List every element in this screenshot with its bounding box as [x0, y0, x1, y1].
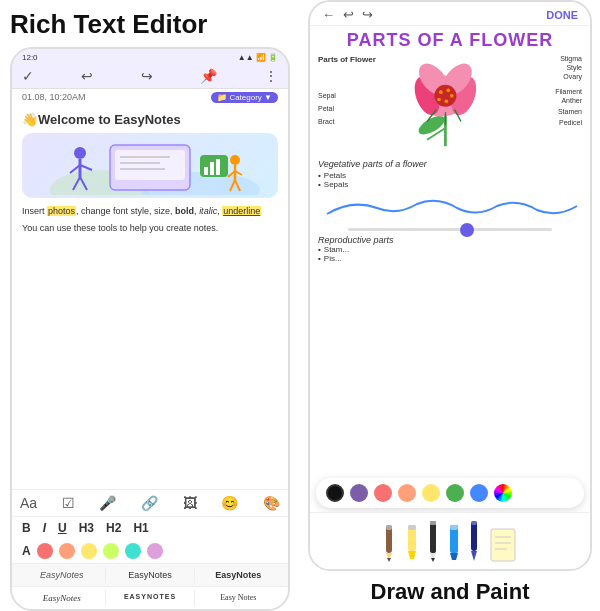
- font-sample-1[interactable]: EasyNotes: [18, 567, 106, 583]
- welcome-heading: 👋Welcome to EasyNotes: [22, 112, 278, 127]
- checklist-btn[interactable]: ☑: [62, 495, 75, 511]
- color-orange[interactable]: [59, 543, 75, 559]
- flower-image: [395, 55, 505, 155]
- done-button[interactable]: DONE: [546, 9, 578, 21]
- color-yellow[interactable]: [81, 543, 97, 559]
- underline-btn[interactable]: U: [58, 521, 67, 535]
- color-teal[interactable]: [125, 543, 141, 559]
- app-title: Rich Text Editor: [10, 10, 290, 39]
- tool-yellow-marker[interactable]: [405, 523, 419, 563]
- repro-section: Reproductive parts •Stam... •Pis...: [318, 235, 582, 263]
- right-phone-header: ← ↩ ↪ DONE: [310, 2, 590, 26]
- font-sample-2[interactable]: EasyNotes: [106, 567, 194, 583]
- left-panel: Rich Text Editor 12:0 ▲▲ 📶 🔋 ✓ ↩ ↪ 📌 ⋮ 0…: [0, 0, 300, 611]
- flower-title: PARTS OF A FLOWER: [318, 30, 582, 51]
- category-badge[interactable]: 📁 Category ▼: [211, 92, 278, 103]
- brush-size-slider[interactable]: [348, 228, 553, 231]
- draw-btn[interactable]: 🎨: [263, 495, 280, 511]
- tool-notebook[interactable]: [487, 527, 519, 563]
- image-btn[interactable]: 🖼: [183, 495, 197, 511]
- signal-icons: ▲▲ 📶 🔋: [238, 53, 278, 62]
- color-lime[interactable]: [103, 543, 119, 559]
- font-sample-5[interactable]: EASYNOTES: [106, 590, 194, 606]
- status-time: 12:0: [22, 53, 38, 62]
- check-icon[interactable]: ✓: [22, 68, 34, 84]
- draw-title: Draw and Paint: [308, 575, 592, 611]
- flower-content: PARTS OF A FLOWER Parts of Flower Sepal …: [310, 26, 590, 478]
- color-label: A: [22, 544, 31, 558]
- redo-btn[interactable]: ↪: [362, 7, 373, 22]
- emoji-btn[interactable]: 😊: [221, 495, 238, 511]
- bullet-text-2: Sepals: [324, 180, 348, 189]
- tool-dark-pencil[interactable]: [427, 519, 439, 563]
- undo-icon[interactable]: ↩: [81, 68, 93, 84]
- undo-btn[interactable]: ↩: [343, 7, 354, 22]
- svg-rect-48: [430, 521, 436, 553]
- italic-btn[interactable]: I: [43, 521, 46, 535]
- svg-rect-44: [386, 525, 392, 530]
- h1-btn[interactable]: H1: [133, 521, 148, 535]
- bold-btn[interactable]: B: [22, 521, 31, 535]
- redo-icon[interactable]: ↪: [141, 68, 153, 84]
- tool-blue-pen[interactable]: [469, 519, 479, 563]
- font-sample-3[interactable]: EasyNotes: [195, 567, 282, 583]
- stroke-area: [318, 192, 582, 235]
- svg-marker-43: [387, 558, 391, 562]
- svg-point-35: [450, 94, 454, 98]
- svg-point-17: [230, 155, 240, 165]
- bullet-stamen: •Stam...: [318, 245, 582, 254]
- font-sample-4[interactable]: EasyNotes: [18, 590, 106, 606]
- svg-line-5: [80, 165, 92, 170]
- bullet-icon: •: [318, 171, 321, 180]
- tool-brown-pencil[interactable]: [381, 523, 397, 563]
- color-purple[interactable]: [147, 543, 163, 559]
- svg-point-37: [437, 98, 441, 102]
- color-black[interactable]: [326, 484, 344, 502]
- color-blue[interactable]: [470, 484, 488, 502]
- color-purple2[interactable]: [350, 484, 368, 502]
- formatting-row: B I U H3 H2 H1: [12, 516, 288, 539]
- color-peach[interactable]: [398, 484, 416, 502]
- h2-btn[interactable]: H2: [106, 521, 121, 535]
- pin-icon[interactable]: 📌: [200, 68, 217, 84]
- svg-point-34: [446, 89, 450, 93]
- color-rainbow[interactable]: [494, 484, 512, 502]
- font-sample-6[interactable]: Easy Notes: [195, 590, 282, 606]
- bullet-icon-2: •: [318, 180, 321, 189]
- color-green[interactable]: [446, 484, 464, 502]
- veg-title: Vegetative parts of a flower: [318, 159, 582, 169]
- svg-rect-9: [115, 150, 185, 180]
- bottom-toolbar: Aa ☑ 🎤 🔗 🖼 😊 🎨: [12, 489, 288, 516]
- drawing-tools: [310, 512, 590, 569]
- color-red[interactable]: [37, 543, 53, 559]
- highlight-para: Insert photos, change font style, size, …: [22, 204, 278, 218]
- color-yellow2[interactable]: [422, 484, 440, 502]
- status-bar: 12:0 ▲▲ 📶 🔋: [12, 49, 288, 64]
- tool-blue-marker[interactable]: [447, 523, 461, 563]
- bullet-pistil: •Pis...: [318, 254, 582, 263]
- font-size-btn[interactable]: Aa: [20, 495, 37, 511]
- left-labels: Parts of Flower Sepal Petal Bract: [318, 55, 391, 155]
- nav-icons: ← ↩ ↪: [322, 7, 373, 22]
- note-content: 👋Welcome to EasyNotes: [12, 106, 288, 489]
- h3-btn[interactable]: H3: [79, 521, 94, 535]
- bullet-text: Petals: [324, 171, 346, 180]
- svg-rect-58: [491, 529, 515, 561]
- color-picker: [316, 478, 584, 508]
- font-row-2: EasyNotes EASYNOTES Easy Notes: [12, 586, 288, 609]
- more-icon[interactable]: ⋮: [264, 68, 278, 84]
- veg-section: Vegetative parts of a flower • Petals • …: [318, 159, 582, 189]
- color-row: A: [12, 539, 288, 563]
- color-pink[interactable]: [374, 484, 392, 502]
- svg-rect-57: [471, 521, 477, 525]
- svg-rect-54: [450, 525, 458, 530]
- stroke-svg: [322, 194, 578, 222]
- svg-point-2: [74, 147, 86, 159]
- voice-btn[interactable]: 🎤: [99, 495, 116, 511]
- link-btn[interactable]: 🔗: [141, 495, 158, 511]
- note-date: 01.08, 10:20AM: [22, 92, 86, 102]
- svg-marker-46: [408, 551, 416, 559]
- svg-rect-47: [408, 525, 416, 530]
- normal-para: You can use these tools to help you crea…: [22, 222, 278, 236]
- back-btn[interactable]: ←: [322, 7, 335, 22]
